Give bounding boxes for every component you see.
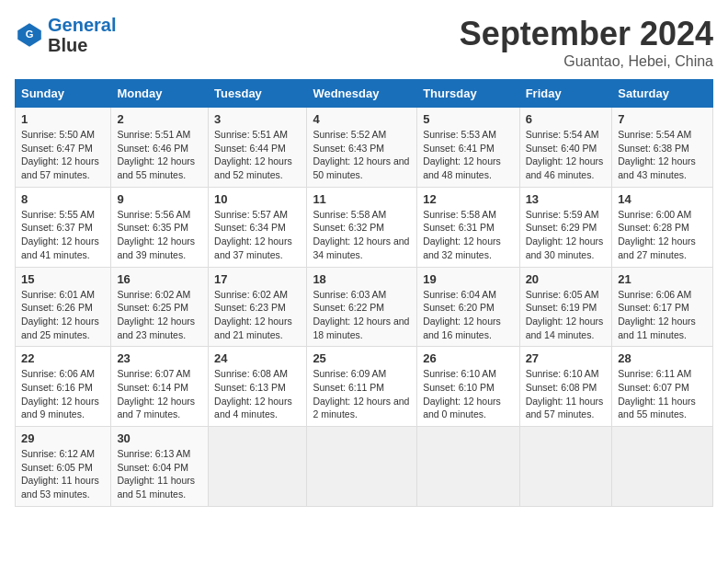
calendar-cell: 10 Sunrise: 5:57 AMSunset: 6:34 PMDaylig…: [209, 187, 307, 267]
cell-info: Sunrise: 6:05 AMSunset: 6:19 PMDaylight:…: [526, 289, 604, 340]
cell-info: Sunrise: 5:55 AMSunset: 6:37 PMDaylight:…: [21, 209, 99, 260]
header-day-wednesday: Wednesday: [307, 80, 417, 108]
calendar-cell: 3 Sunrise: 5:51 AMSunset: 6:44 PMDayligh…: [209, 108, 307, 188]
day-number: 11: [313, 192, 411, 206]
logo-icon: G: [15, 20, 44, 50]
calendar-cell: 21 Sunrise: 6:06 AMSunset: 6:17 PMDaylig…: [612, 267, 713, 347]
cell-info: Sunrise: 5:51 AMSunset: 6:44 PMDaylight:…: [214, 129, 292, 180]
day-number: 19: [423, 272, 513, 286]
day-number: 10: [214, 192, 301, 206]
day-number: 22: [21, 351, 105, 365]
day-number: 2: [117, 112, 202, 126]
day-number: 13: [526, 192, 607, 206]
day-number: 27: [526, 351, 607, 365]
cell-info: Sunrise: 5:53 AMSunset: 6:41 PMDaylight:…: [423, 129, 501, 180]
day-number: 17: [214, 272, 301, 286]
cell-info: Sunrise: 6:04 AMSunset: 6:20 PMDaylight:…: [423, 289, 501, 340]
cell-info: Sunrise: 6:02 AMSunset: 6:25 PMDaylight:…: [117, 289, 195, 340]
calendar-cell: [519, 427, 612, 507]
calendar-week-3: 15 Sunrise: 6:01 AMSunset: 6:26 PMDaylig…: [16, 267, 713, 347]
calendar-cell: 14 Sunrise: 6:00 AMSunset: 6:28 PMDaylig…: [612, 187, 713, 267]
cell-info: Sunrise: 5:56 AMSunset: 6:35 PMDaylight:…: [117, 209, 195, 260]
day-number: 4: [313, 112, 411, 126]
svg-text:G: G: [26, 29, 34, 40]
cell-info: Sunrise: 6:10 AMSunset: 6:10 PMDaylight:…: [423, 368, 501, 419]
calendar-table: SundayMondayTuesdayWednesdayThursdayFrid…: [15, 79, 713, 507]
location-title: Guantao, Hebei, China: [460, 53, 713, 70]
calendar-cell: 4 Sunrise: 5:52 AMSunset: 6:43 PMDayligh…: [307, 108, 417, 188]
cell-info: Sunrise: 6:06 AMSunset: 6:16 PMDaylight:…: [21, 368, 99, 419]
calendar-cell: 13 Sunrise: 5:59 AMSunset: 6:29 PMDaylig…: [519, 187, 612, 267]
cell-info: Sunrise: 6:03 AMSunset: 6:22 PMDaylight:…: [313, 289, 409, 340]
cell-info: Sunrise: 6:02 AMSunset: 6:23 PMDaylight:…: [214, 289, 292, 340]
day-number: 8: [21, 192, 105, 206]
calendar-cell: 28 Sunrise: 6:11 AMSunset: 6:07 PMDaylig…: [612, 347, 713, 427]
calendar-cell: 29 Sunrise: 6:12 AMSunset: 6:05 PMDaylig…: [16, 427, 111, 507]
day-number: 21: [618, 272, 707, 286]
calendar-cell: 1 Sunrise: 5:50 AMSunset: 6:47 PMDayligh…: [16, 108, 111, 188]
cell-info: Sunrise: 6:13 AMSunset: 6:04 PMDaylight:…: [117, 448, 195, 500]
day-number: 30: [117, 431, 202, 445]
cell-info: Sunrise: 5:50 AMSunset: 6:47 PMDaylight:…: [21, 129, 99, 180]
calendar-cell: 2 Sunrise: 5:51 AMSunset: 6:46 PMDayligh…: [111, 108, 209, 188]
cell-info: Sunrise: 5:59 AMSunset: 6:29 PMDaylight:…: [526, 209, 604, 260]
calendar-cell: [209, 427, 307, 507]
day-number: 26: [423, 351, 513, 365]
day-number: 1: [21, 112, 105, 126]
logo-blue: Blue: [48, 35, 116, 55]
cell-info: Sunrise: 5:52 AMSunset: 6:43 PMDaylight:…: [313, 129, 409, 180]
cell-info: Sunrise: 6:10 AMSunset: 6:08 PMDaylight:…: [526, 368, 604, 419]
cell-info: Sunrise: 6:01 AMSunset: 6:26 PMDaylight:…: [21, 289, 99, 340]
day-number: 12: [423, 192, 513, 206]
calendar-cell: 11 Sunrise: 5:58 AMSunset: 6:32 PMDaylig…: [307, 187, 417, 267]
cell-info: Sunrise: 6:09 AMSunset: 6:11 PMDaylight:…: [313, 368, 409, 419]
calendar-cell: 25 Sunrise: 6:09 AMSunset: 6:11 PMDaylig…: [307, 347, 417, 427]
cell-info: Sunrise: 6:12 AMSunset: 6:05 PMDaylight:…: [21, 448, 99, 500]
title-area: September 2024 Guantao, Hebei, China: [460, 15, 713, 70]
calendar-header-row: SundayMondayTuesdayWednesdayThursdayFrid…: [16, 80, 713, 108]
header-day-friday: Friday: [519, 80, 612, 108]
day-number: 20: [526, 272, 607, 286]
calendar-cell: 5 Sunrise: 5:53 AMSunset: 6:41 PMDayligh…: [417, 108, 519, 188]
calendar-cell: 30 Sunrise: 6:13 AMSunset: 6:04 PMDaylig…: [111, 427, 209, 507]
day-number: 24: [214, 351, 301, 365]
day-number: 28: [618, 351, 707, 365]
cell-info: Sunrise: 6:11 AMSunset: 6:07 PMDaylight:…: [618, 368, 696, 419]
calendar-cell: 22 Sunrise: 6:06 AMSunset: 6:16 PMDaylig…: [16, 347, 111, 427]
cell-info: Sunrise: 5:54 AMSunset: 6:40 PMDaylight:…: [526, 129, 604, 180]
header-day-thursday: Thursday: [417, 80, 519, 108]
logo-general: General: [48, 15, 116, 35]
day-number: 5: [423, 112, 513, 126]
day-number: 3: [214, 112, 301, 126]
calendar-cell: 6 Sunrise: 5:54 AMSunset: 6:40 PMDayligh…: [519, 108, 612, 188]
cell-info: Sunrise: 6:07 AMSunset: 6:14 PMDaylight:…: [117, 368, 195, 419]
calendar-week-5: 29 Sunrise: 6:12 AMSunset: 6:05 PMDaylig…: [16, 427, 713, 507]
day-number: 18: [313, 272, 411, 286]
day-number: 23: [117, 351, 202, 365]
day-number: 25: [313, 351, 411, 365]
cell-info: Sunrise: 6:08 AMSunset: 6:13 PMDaylight:…: [214, 368, 292, 419]
day-number: 9: [117, 192, 202, 206]
calendar-cell: [417, 427, 519, 507]
header-day-sunday: Sunday: [16, 80, 111, 108]
day-number: 7: [618, 112, 707, 126]
header-day-saturday: Saturday: [612, 80, 713, 108]
calendar-cell: 27 Sunrise: 6:10 AMSunset: 6:08 PMDaylig…: [519, 347, 612, 427]
logo: G General Blue: [15, 15, 116, 55]
header-day-monday: Monday: [111, 80, 209, 108]
day-number: 16: [117, 272, 202, 286]
calendar-cell: [612, 427, 713, 507]
day-number: 6: [526, 112, 607, 126]
day-number: 14: [618, 192, 707, 206]
cell-info: Sunrise: 5:54 AMSunset: 6:38 PMDaylight:…: [618, 129, 696, 180]
calendar-cell: 23 Sunrise: 6:07 AMSunset: 6:14 PMDaylig…: [111, 347, 209, 427]
calendar-cell: 19 Sunrise: 6:04 AMSunset: 6:20 PMDaylig…: [417, 267, 519, 347]
cell-info: Sunrise: 5:57 AMSunset: 6:34 PMDaylight:…: [214, 209, 292, 260]
calendar-cell: 15 Sunrise: 6:01 AMSunset: 6:26 PMDaylig…: [16, 267, 111, 347]
calendar-cell: 20 Sunrise: 6:05 AMSunset: 6:19 PMDaylig…: [519, 267, 612, 347]
cell-info: Sunrise: 6:06 AMSunset: 6:17 PMDaylight:…: [618, 289, 696, 340]
month-title: September 2024: [460, 15, 713, 53]
day-number: 15: [21, 272, 105, 286]
calendar-cell: 18 Sunrise: 6:03 AMSunset: 6:22 PMDaylig…: [307, 267, 417, 347]
cell-info: Sunrise: 5:58 AMSunset: 6:32 PMDaylight:…: [313, 209, 409, 260]
